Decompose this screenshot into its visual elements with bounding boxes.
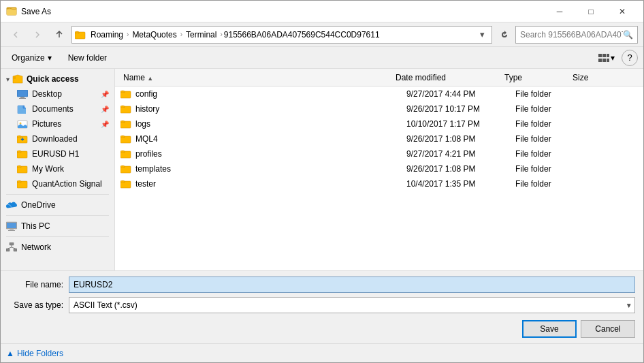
sidebar-item-desktop[interactable]: Desktop 📌 [1, 86, 114, 101]
navigation-toolbar: Roaming › MetaQuotes › Terminal › 915566… [1, 22, 643, 47]
sidebar: ▾ Quick access Desktop 📌 Documents [1, 69, 115, 270]
file-name: profiles [135, 149, 406, 159]
sidebar-item-mywork[interactable]: My Work [1, 161, 114, 176]
up-button[interactable] [50, 25, 69, 44]
file-name: MQL4 [135, 134, 406, 144]
sidebar-divider-3 [6, 236, 109, 237]
address-dropdown-button[interactable]: ▾ [475, 26, 489, 44]
file-list-header: Name ▲ Date modified Type Size [115, 69, 643, 86]
svg-rect-34 [120, 166, 131, 173]
pictures-label: Pictures [32, 119, 61, 129]
file-type: File folder [515, 89, 583, 99]
svg-rect-32 [120, 136, 131, 143]
hide-folders-button[interactable]: ▲ Hide Folders [6, 349, 63, 358]
svg-rect-24 [10, 229, 14, 230]
table-row[interactable]: config 9/27/2017 4:44 PM File folder [115, 86, 643, 101]
onedrive-label: OneDrive [21, 200, 56, 210]
search-input[interactable] [520, 30, 623, 40]
title-bar-buttons: ─ □ ✕ [544, 1, 638, 22]
refresh-button[interactable] [496, 26, 513, 44]
downloaded-label: Downloaded [32, 134, 78, 144]
crumb-terminal[interactable]: Terminal [184, 29, 219, 41]
crumb-roaming[interactable]: Roaming [88, 29, 125, 41]
sidebar-item-downloaded[interactable]: Downloaded [1, 131, 114, 146]
downloaded-icon [17, 133, 28, 144]
sidebar-item-eurusd[interactable]: EURUSD H1 [1, 146, 114, 161]
documents-label: Documents [32, 104, 74, 114]
main-content: ▾ Quick access Desktop 📌 Documents [1, 69, 643, 270]
filename-input[interactable] [69, 277, 635, 293]
file-date: 9/27/2017 4:44 PM [406, 89, 515, 99]
file-type: File folder [515, 119, 583, 129]
new-folder-label: New folder [68, 53, 107, 63]
maximize-button[interactable]: □ [575, 1, 607, 22]
table-row[interactable]: history 9/26/2017 10:17 PM File folder [115, 101, 643, 116]
view-button[interactable]: ▾ [594, 50, 619, 66]
sort-arrow: ▲ [147, 75, 153, 82]
mywork-label: My Work [32, 164, 64, 174]
mywork-icon [17, 163, 28, 174]
svg-rect-27 [6, 249, 10, 251]
header-name[interactable]: Name ▲ [120, 73, 393, 82]
quick-access-arrow: ▾ [6, 76, 10, 83]
close-button[interactable]: ✕ [607, 1, 638, 22]
save-button[interactable]: Save [522, 320, 577, 338]
table-row[interactable]: templates 9/26/2017 1:08 PM File folder [115, 161, 643, 176]
file-name: history [135, 104, 406, 114]
window-title: Save As [21, 7, 544, 16]
sidebar-item-network[interactable]: Network [1, 240, 114, 255]
table-row[interactable]: tester 10/4/2017 1:35 PM File folder [115, 176, 643, 191]
sidebar-item-pictures[interactable]: Pictures 📌 [1, 116, 114, 131]
organize-chevron: ▾ [48, 53, 52, 63]
back-button[interactable] [6, 25, 25, 44]
organize-button[interactable]: Organize ▾ [6, 50, 57, 66]
sidebar-item-thispc[interactable]: This PC [1, 219, 114, 234]
svg-rect-5 [607, 54, 609, 57]
quick-access-header[interactable]: ▾ Quick access [1, 72, 114, 86]
filetype-select[interactable]: ASCII Text (*.csv) [69, 297, 635, 313]
quick-access-label: Quick access [27, 74, 79, 84]
sidebar-item-onedrive[interactable]: OneDrive [1, 198, 114, 212]
new-folder-button[interactable]: New folder [63, 50, 112, 66]
hide-folders-bar: ▲ Hide Folders [1, 343, 643, 362]
svg-rect-35 [120, 181, 131, 188]
window-icon [6, 6, 17, 17]
sidebar-item-documents[interactable]: Documents 📌 [1, 101, 114, 116]
svg-rect-28 [14, 249, 17, 251]
help-button[interactable]: ? [622, 50, 638, 66]
filetype-label: Save as type: [9, 300, 63, 310]
forward-button[interactable] [28, 25, 47, 44]
header-date[interactable]: Date modified [393, 73, 502, 82]
network-label: Network [21, 242, 51, 252]
cancel-button[interactable]: Cancel [581, 320, 635, 338]
svg-rect-11 [17, 90, 28, 97]
header-type[interactable]: Type [502, 73, 570, 82]
desktop-label: Desktop [32, 89, 62, 99]
table-row[interactable]: logs 10/10/2017 1:17 PM File folder [115, 116, 643, 131]
svg-rect-2 [75, 32, 85, 39]
save-label: Save [540, 324, 558, 334]
svg-rect-3 [598, 54, 602, 57]
sidebar-item-quantaction[interactable]: QuantAction Signal [1, 176, 114, 191]
file-rows-container: config 9/27/2017 4:44 PM File folder his… [115, 86, 643, 191]
svg-rect-1 [7, 10, 16, 15]
address-bar[interactable]: Roaming › MetaQuotes › Terminal › 915566… [71, 26, 492, 44]
header-size[interactable]: Size [570, 73, 638, 82]
quick-access-section: ▾ Quick access Desktop 📌 Documents [1, 72, 114, 191]
table-row[interactable]: MQL4 9/26/2017 1:08 PM File folder [115, 131, 643, 146]
crumb-metaquotes[interactable]: MetaQuotes [130, 29, 178, 41]
save-as-window: Save As ─ □ ✕ Roaming › MetaQuotes › Ter… [0, 0, 644, 363]
footer: File name: Save as type: ASCII Text (*.c… [1, 270, 643, 343]
action-bar: Organize ▾ New folder ▾ ? [1, 47, 643, 69]
minimize-button[interactable]: ─ [544, 1, 575, 22]
onedrive-icon [6, 200, 17, 210]
search-box[interactable]: 🔍 [515, 26, 638, 44]
file-type: File folder [515, 179, 583, 189]
filename-row: File name: [9, 277, 635, 293]
table-row[interactable]: profiles 9/27/2017 4:21 PM File folder [115, 146, 643, 161]
svg-rect-23 [7, 223, 16, 228]
view-dropdown-icon: ▾ [611, 53, 615, 63]
svg-rect-12 [20, 97, 25, 98]
file-type: File folder [515, 164, 583, 174]
pin-icon: 📌 [101, 91, 109, 98]
